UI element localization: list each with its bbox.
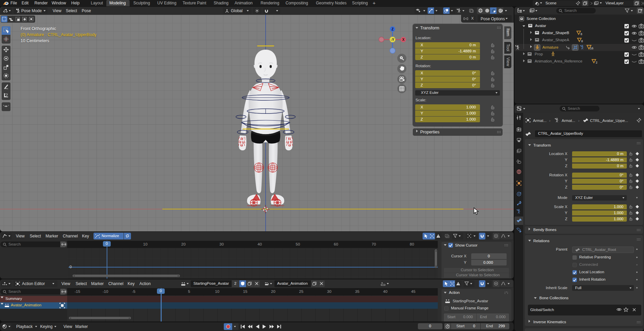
svg-text:Z: Z xyxy=(392,27,394,31)
svg-text:-Y: -Y xyxy=(391,38,394,42)
svg-text:X: X xyxy=(402,38,405,42)
